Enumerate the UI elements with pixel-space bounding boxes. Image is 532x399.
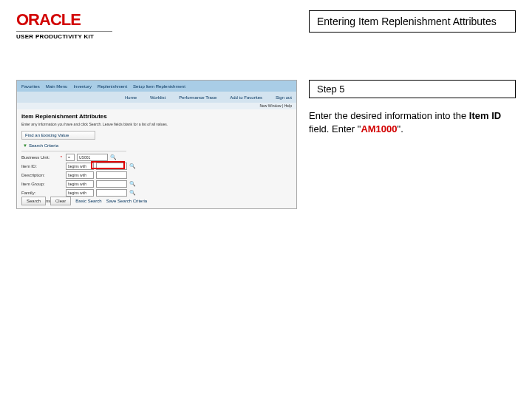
subnav-item[interactable]: Performance Trace: [179, 95, 216, 100]
row-item-id: Item ID: begins with 🔍: [21, 162, 135, 171]
tab-find-existing[interactable]: Find an Existing Value: [21, 131, 95, 140]
instr-tail: ".: [398, 123, 403, 134]
instr-entry-value: AM1000: [361, 123, 397, 134]
instr-lead: Enter the desired information into the: [309, 110, 469, 121]
panel-title: Item Replenishment Attributes: [21, 113, 107, 120]
nav-item[interactable]: Replenishment: [98, 84, 127, 89]
op-select[interactable]: begins with: [66, 180, 94, 188]
label: Business Unit:: [21, 155, 57, 160]
divider: [21, 151, 126, 151]
panel-subtitle: Enter any information you have and click…: [21, 122, 168, 126]
label: Description:: [21, 173, 57, 177]
nav-item[interactable]: Setup Item Replenishment: [133, 84, 185, 89]
app-screenshot: Favorites Main Menu Inventory Replenishm…: [16, 80, 297, 209]
subnav-item[interactable]: Home: [125, 95, 137, 100]
top-nav: Favorites Main Menu Inventory Replenishm…: [17, 81, 296, 92]
clear-button[interactable]: Clear: [50, 197, 71, 205]
window-links[interactable]: New Window | Help: [17, 103, 296, 109]
label: Family:: [21, 191, 57, 195]
nav-item[interactable]: Main Menu: [46, 84, 68, 89]
instruction-text: Enter the desired information into the I…: [309, 109, 516, 135]
op-select[interactable]: begins with: [66, 163, 94, 170]
lookup-icon[interactable]: 🔍: [129, 181, 135, 187]
step-indicator: Step 5: [309, 80, 516, 98]
required-mark: *: [59, 155, 64, 160]
subnav-item[interactable]: Worklist: [150, 95, 166, 100]
op-select[interactable]: =: [66, 154, 75, 161]
nav-item[interactable]: Inventory: [73, 84, 92, 89]
business-unit-field[interactable]: US001: [77, 154, 108, 161]
instr-field-name: Item ID: [469, 110, 501, 121]
nav-item[interactable]: Favorites: [21, 84, 40, 89]
family-field[interactable]: [96, 189, 127, 197]
product-line: USER PRODUCTIVITY KIT: [16, 31, 112, 40]
button-row: Search Clear Basic Search Save Search Cr…: [21, 197, 147, 205]
save-search-link[interactable]: Save Search Criteria: [106, 199, 147, 203]
item-group-field[interactable]: [96, 180, 127, 188]
row-business-unit: Business Unit: * = US001 🔍: [21, 153, 116, 162]
basic-search-link[interactable]: Basic Search: [75, 199, 101, 203]
row-item-group: Item Group: begins with 🔍: [21, 180, 135, 188]
instr-mid: field. Enter ": [309, 123, 361, 134]
op-select[interactable]: begins with: [66, 189, 94, 197]
section-search-criteria[interactable]: Search Criteria: [21, 141, 92, 150]
label: Item Group:: [21, 182, 57, 186]
search-button[interactable]: Search: [21, 197, 46, 205]
brand-block: ORACLE USER PRODUCTIVITY KIT: [16, 10, 112, 40]
lookup-icon[interactable]: 🔍: [129, 190, 135, 196]
row-description: Description: begins with: [21, 171, 127, 180]
page-title: Entering Item Replenishment Attributes: [309, 10, 516, 33]
lookup-icon[interactable]: 🔍: [110, 154, 116, 160]
op-select[interactable]: begins with: [66, 171, 94, 179]
subnav-item[interactable]: Sign out: [276, 95, 292, 100]
subnav-item[interactable]: Add to Favorites: [230, 95, 262, 100]
label: Item ID:: [21, 164, 57, 168]
lookup-icon[interactable]: 🔍: [129, 163, 135, 169]
oracle-logo: ORACLE: [16, 10, 112, 30]
description-field[interactable]: [96, 171, 127, 179]
item-id-field[interactable]: [96, 163, 127, 170]
sub-nav: Home Worklist Performance Trace Add to F…: [17, 92, 296, 103]
